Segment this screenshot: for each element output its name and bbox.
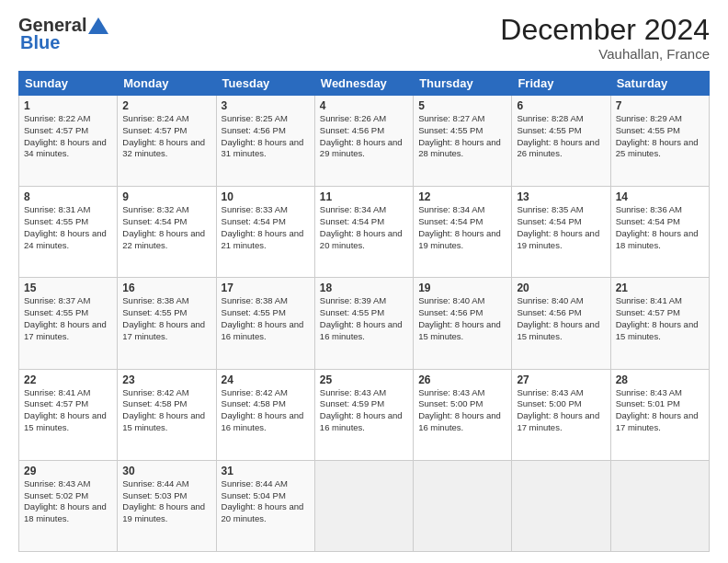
daylight: Daylight: 8 hours and 22 minutes.	[122, 228, 205, 250]
day-cell: 2 Sunrise: 8:24 AM Sunset: 4:57 PM Dayli…	[118, 96, 216, 187]
day-info: Sunrise: 8:43 AM Sunset: 5:00 PM Dayligh…	[517, 387, 605, 434]
daylight: Daylight: 8 hours and 21 minutes.	[222, 228, 304, 250]
col-thursday: Thursday	[414, 72, 512, 96]
sunset: Sunset: 4:54 PM	[222, 216, 286, 226]
daylight: Daylight: 8 hours and 19 minutes.	[122, 501, 205, 523]
day-number: 2	[122, 99, 210, 112]
sunrise: Sunrise: 8:36 AM	[616, 204, 682, 214]
day-cell	[314, 460, 413, 551]
daylight: Daylight: 8 hours and 16 minutes.	[320, 319, 403, 341]
day-info: Sunrise: 8:44 AM Sunset: 5:04 PM Dayligh…	[222, 478, 310, 525]
day-number: 24	[222, 373, 310, 386]
sunrise: Sunrise: 8:38 AM	[222, 295, 288, 305]
daylight: Daylight: 8 hours and 32 minutes.	[122, 137, 205, 159]
day-info: Sunrise: 8:32 AM Sunset: 4:54 PM Dayligh…	[122, 204, 210, 251]
day-info: Sunrise: 8:42 AM Sunset: 4:58 PM Dayligh…	[122, 387, 210, 434]
week-row-3: 15 Sunrise: 8:37 AM Sunset: 4:55 PM Dayl…	[19, 278, 710, 369]
day-info: Sunrise: 8:26 AM Sunset: 4:56 PM Dayligh…	[320, 113, 408, 160]
daylight: Daylight: 8 hours and 31 minutes.	[222, 137, 304, 159]
sunrise: Sunrise: 8:22 AM	[24, 113, 90, 123]
calendar-table: Sunday Monday Tuesday Wednesday Thursday…	[18, 71, 710, 552]
day-info: Sunrise: 8:43 AM Sunset: 5:02 PM Dayligh…	[24, 478, 112, 525]
day-number: 7	[616, 99, 704, 112]
daylight: Daylight: 8 hours and 20 minutes.	[222, 501, 304, 523]
col-sunday: Sunday	[19, 72, 118, 96]
day-number: 26	[418, 373, 506, 386]
sunrise: Sunrise: 8:32 AM	[122, 204, 188, 214]
col-tuesday: Tuesday	[216, 72, 314, 96]
logo-blue: Blue	[20, 32, 60, 53]
daylight: Daylight: 8 hours and 24 minutes.	[24, 228, 107, 250]
sunset: Sunset: 5:01 PM	[616, 398, 680, 408]
day-cell: 5 Sunrise: 8:27 AM Sunset: 4:55 PM Dayli…	[414, 96, 512, 187]
daylight: Daylight: 8 hours and 16 minutes.	[418, 410, 501, 432]
day-cell: 14 Sunrise: 8:36 AM Sunset: 4:54 PM Dayl…	[610, 187, 709, 278]
daylight: Daylight: 8 hours and 20 minutes.	[320, 228, 403, 250]
day-number: 18	[320, 282, 408, 294]
sunrise: Sunrise: 8:33 AM	[222, 204, 288, 214]
daylight: Daylight: 8 hours and 26 minutes.	[517, 137, 599, 159]
day-number: 21	[616, 282, 704, 294]
day-number: 23	[122, 373, 210, 386]
day-number: 14	[616, 190, 704, 203]
daylight: Daylight: 8 hours and 18 minutes.	[24, 501, 107, 523]
daylight: Daylight: 8 hours and 15 minutes.	[616, 319, 699, 341]
day-number: 9	[122, 190, 210, 203]
daylight: Daylight: 8 hours and 28 minutes.	[418, 137, 501, 159]
day-number: 11	[320, 190, 408, 203]
day-number: 25	[320, 373, 408, 386]
sunset: Sunset: 4:54 PM	[418, 216, 483, 226]
day-cell: 1 Sunrise: 8:22 AM Sunset: 4:57 PM Dayli…	[19, 96, 118, 187]
day-cell: 20 Sunrise: 8:40 AM Sunset: 4:56 PM Dayl…	[512, 278, 610, 369]
daylight: Daylight: 8 hours and 25 minutes.	[616, 137, 699, 159]
sunset: Sunset: 4:58 PM	[222, 398, 286, 408]
day-cell: 12 Sunrise: 8:34 AM Sunset: 4:54 PM Dayl…	[414, 187, 512, 278]
sunset: Sunset: 4:55 PM	[517, 125, 581, 135]
day-info: Sunrise: 8:27 AM Sunset: 4:55 PM Dayligh…	[418, 113, 506, 160]
sunrise: Sunrise: 8:43 AM	[418, 387, 484, 397]
day-info: Sunrise: 8:24 AM Sunset: 4:57 PM Dayligh…	[122, 113, 210, 160]
day-info: Sunrise: 8:43 AM Sunset: 4:59 PM Dayligh…	[320, 387, 408, 434]
day-info: Sunrise: 8:43 AM Sunset: 5:01 PM Dayligh…	[616, 387, 704, 434]
day-cell: 30 Sunrise: 8:44 AM Sunset: 5:03 PM Dayl…	[118, 460, 216, 551]
day-number: 5	[418, 99, 506, 112]
day-info: Sunrise: 8:41 AM Sunset: 4:57 PM Dayligh…	[616, 295, 704, 342]
day-cell: 15 Sunrise: 8:37 AM Sunset: 4:55 PM Dayl…	[19, 278, 118, 369]
daylight: Daylight: 8 hours and 29 minutes.	[320, 137, 403, 159]
day-cell: 18 Sunrise: 8:39 AM Sunset: 4:55 PM Dayl…	[314, 278, 413, 369]
sunrise: Sunrise: 8:41 AM	[24, 387, 90, 397]
sunrise: Sunrise: 8:44 AM	[222, 478, 288, 488]
day-cell: 4 Sunrise: 8:26 AM Sunset: 4:56 PM Dayli…	[314, 96, 413, 187]
day-info: Sunrise: 8:28 AM Sunset: 4:55 PM Dayligh…	[517, 113, 605, 160]
daylight: Daylight: 8 hours and 16 minutes.	[222, 319, 304, 341]
day-cell: 19 Sunrise: 8:40 AM Sunset: 4:56 PM Dayl…	[414, 278, 512, 369]
logo-icon	[88, 17, 108, 34]
day-cell: 13 Sunrise: 8:35 AM Sunset: 4:54 PM Dayl…	[512, 187, 610, 278]
header-row: Sunday Monday Tuesday Wednesday Thursday…	[19, 72, 710, 96]
day-info: Sunrise: 8:40 AM Sunset: 4:56 PM Dayligh…	[517, 295, 605, 342]
day-number: 22	[24, 373, 112, 386]
day-cell: 7 Sunrise: 8:29 AM Sunset: 4:55 PM Dayli…	[610, 96, 709, 187]
col-friday: Friday	[512, 72, 610, 96]
day-info: Sunrise: 8:25 AM Sunset: 4:56 PM Dayligh…	[222, 113, 310, 160]
sunrise: Sunrise: 8:34 AM	[418, 204, 484, 214]
day-info: Sunrise: 8:35 AM Sunset: 4:54 PM Dayligh…	[517, 204, 605, 251]
sunset: Sunset: 4:55 PM	[616, 125, 680, 135]
day-number: 27	[517, 373, 605, 386]
daylight: Daylight: 8 hours and 15 minutes.	[418, 319, 501, 341]
day-cell: 24 Sunrise: 8:42 AM Sunset: 4:58 PM Dayl…	[216, 369, 314, 460]
daylight: Daylight: 8 hours and 17 minutes.	[122, 319, 205, 341]
sunset: Sunset: 4:54 PM	[122, 216, 187, 226]
sunset: Sunset: 4:57 PM	[616, 307, 680, 317]
day-cell: 26 Sunrise: 8:43 AM Sunset: 5:00 PM Dayl…	[414, 369, 512, 460]
sunset: Sunset: 4:56 PM	[517, 307, 581, 317]
day-cell	[512, 460, 610, 551]
page: General Blue December 2024 Vauhallan, Fr…	[0, 0, 728, 563]
day-number: 12	[418, 190, 506, 203]
sunrise: Sunrise: 8:41 AM	[616, 295, 682, 305]
day-cell: 28 Sunrise: 8:43 AM Sunset: 5:01 PM Dayl…	[610, 369, 709, 460]
sunset: Sunset: 4:55 PM	[24, 216, 88, 226]
daylight: Daylight: 8 hours and 17 minutes.	[24, 319, 107, 341]
sunset: Sunset: 4:55 PM	[222, 307, 286, 317]
day-cell: 27 Sunrise: 8:43 AM Sunset: 5:00 PM Dayl…	[512, 369, 610, 460]
